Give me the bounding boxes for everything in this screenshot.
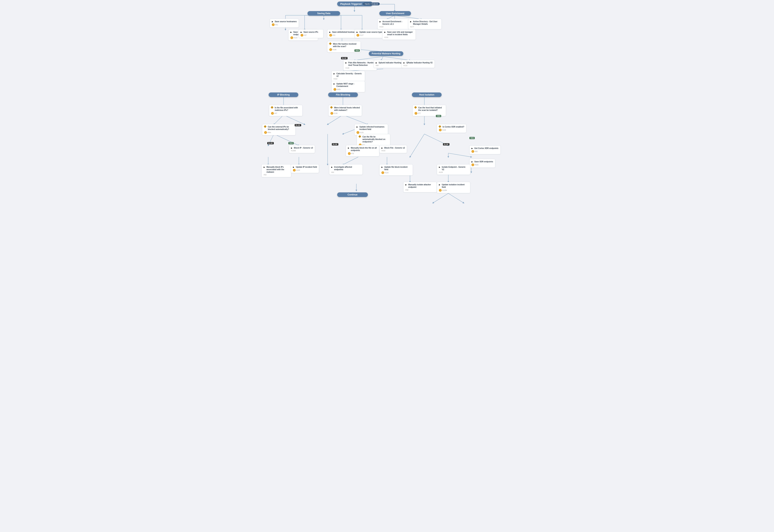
play-icon11 xyxy=(403,61,406,64)
play-icon8 xyxy=(384,31,386,33)
play-icon xyxy=(272,20,274,23)
warning-icon18: ! xyxy=(471,150,474,153)
play-icon24 xyxy=(439,166,441,168)
update-nist-card[interactable]: Update NIST stage - Containment ! #90b xyxy=(331,81,365,92)
manually-block-ips-card[interactable]: Manually block IPs associated with the m… xyxy=(262,164,291,177)
play-icon25 xyxy=(405,183,407,186)
diamond-icon5 xyxy=(264,125,267,128)
update-file-block-card[interactable]: Update file block incident field ! #124 xyxy=(379,164,413,176)
warning-icon10: ! xyxy=(334,88,336,91)
svg-line-27 xyxy=(284,115,305,124)
potential-malware-section[interactable]: Potential Malware Hunting xyxy=(369,51,403,56)
save-xdr-card[interactable]: Save XDR endpoints ! #92b xyxy=(469,159,495,168)
diamond-icon2 xyxy=(271,106,273,109)
yes-badge-1: YES xyxy=(354,49,360,52)
host-isolation-section[interactable]: Host Isolation xyxy=(412,92,442,97)
svg-line-13 xyxy=(387,15,395,19)
warning-icon: ! xyxy=(272,23,275,26)
investigate-card[interactable]: Investigate affected endpoints #92 xyxy=(329,164,363,175)
get-cortex-card[interactable]: Get Cortex XDR endpoints ! #60 xyxy=(469,145,501,154)
warning-icon9: ! xyxy=(329,48,332,51)
play-icon18 xyxy=(381,147,384,149)
palo-alto-card[interactable]: Palo Alto Networks - Hunting And Threat … xyxy=(343,60,377,70)
svg-line-32 xyxy=(328,115,343,124)
warning-icon5: ! xyxy=(357,34,359,37)
update-infected-card[interactable]: Update infected hostnames incident field… xyxy=(354,124,388,135)
play-icon14 xyxy=(357,126,359,128)
isolate-endpoint-card[interactable]: Isolate Endpoint - Generic V2 #129 xyxy=(437,164,470,175)
can-host-isolated-card[interactable]: Can the host that initiated the scan be … xyxy=(412,105,446,116)
yes-badge-isolation: YES xyxy=(436,115,441,117)
warning-icon3: ! xyxy=(301,34,303,37)
can-external-ips-card[interactable]: Can the external IPs be blocked automati… xyxy=(262,124,296,135)
save-hostnames-card[interactable]: Save source hostnames ! #41 xyxy=(270,19,299,28)
warning-icon2: ! xyxy=(291,36,293,39)
save-source-ips-card[interactable]: Save source IPs ! #37 xyxy=(299,29,323,38)
splunk-card[interactable]: Splunk Indicator Hunting #90 xyxy=(374,60,403,68)
io-badge[interactable]: Inputs / Outputs xyxy=(363,2,380,5)
diamond-icon4 xyxy=(414,106,417,109)
svg-line-43 xyxy=(448,153,471,157)
save-user-info-card[interactable]: Save user info and manager email in inci… xyxy=(382,29,416,40)
ip-blocking-section[interactable]: IP Blocking xyxy=(269,92,298,97)
yes-badge-cortex: YES xyxy=(469,137,475,139)
warning-icon21: ! xyxy=(293,169,296,172)
account-enrichment-card[interactable]: Account Enrichment - Generic v2.1 #103 xyxy=(377,19,411,29)
calc-severity-card[interactable]: Calculate Severity - Generic v2 #152 xyxy=(331,71,365,81)
else-badge-1: ELSE xyxy=(341,57,348,59)
svg-line-18 xyxy=(354,56,383,60)
continue-pill[interactable]: Continue xyxy=(337,192,368,197)
else-badge-external: ELSE xyxy=(267,142,274,144)
svg-line-20 xyxy=(383,56,410,60)
play-icon9 xyxy=(345,61,348,64)
play-icon6 xyxy=(380,20,382,23)
block-file-card[interactable]: Block File - Generic v2 #41b xyxy=(379,145,407,153)
svg-line-48 xyxy=(433,193,448,203)
were-internal-hosts-card[interactable]: Were internal hosts infected with malwar… xyxy=(328,105,362,116)
is-cortex-xdr-card[interactable]: Is Cortex XDR enabled? ! #109 xyxy=(437,124,466,133)
warning-icon14: ! xyxy=(264,131,267,134)
play-icon13 xyxy=(334,83,336,85)
update-scan-card[interactable]: Update scan source type ! #127 xyxy=(354,29,384,38)
play-icon2 xyxy=(291,31,293,33)
play-icon15 xyxy=(471,147,474,149)
warning-icon11: ! xyxy=(271,112,274,115)
file-blocking-section[interactable]: File Blocking xyxy=(328,92,358,97)
yes-badge-external: YES xyxy=(288,142,294,144)
warning-icon12: ! xyxy=(331,112,333,115)
manually-isolate-card[interactable]: Manually isolate attacker endpoint #18 xyxy=(403,182,437,192)
else-badge-ip: ELSE xyxy=(295,124,301,126)
qradar-card[interactable]: QRadar Indicator Hunting V2 #110 xyxy=(401,60,435,68)
svg-line-26 xyxy=(274,115,284,124)
else-badge-cortex: ELSE xyxy=(443,143,449,145)
warning-icon4: ! xyxy=(329,34,332,37)
diamond-icon xyxy=(329,42,332,45)
svg-line-29 xyxy=(274,134,299,145)
warning-icon20: ! xyxy=(471,163,474,166)
update-isolation-card[interactable]: Update isolation incident field ! #125b xyxy=(437,182,470,193)
trigger-label: Playbook Triggered xyxy=(340,3,362,5)
user-enrichment-section[interactable]: User Enrichment xyxy=(379,11,411,16)
svg-line-37 xyxy=(343,157,358,165)
is-file-malicious-card[interactable]: Is the file associated with malicious IP… xyxy=(269,105,303,116)
diamond-icon7 xyxy=(358,135,361,138)
play-icon22 xyxy=(331,166,333,168)
manually-block-file-card[interactable]: Manually block the file on all endpoints… xyxy=(346,145,379,156)
svg-line-42 xyxy=(410,134,424,157)
else-badge-file: ELSE xyxy=(332,143,338,145)
warning-icon22: ! xyxy=(381,171,384,174)
svg-line-19 xyxy=(381,56,383,60)
play-icon10 xyxy=(376,61,378,64)
play-icon17 xyxy=(348,147,350,149)
diamond-icon6 xyxy=(438,125,441,128)
playbook-canvas: Playbook Triggered Inputs / Outputs Savi… xyxy=(261,0,513,532)
svg-line-14 xyxy=(395,15,421,19)
warning-icon23: ! xyxy=(439,189,442,192)
trigger-node[interactable]: Playbook Triggered Inputs / Outputs xyxy=(337,2,373,6)
ad-get-user-card[interactable]: Active Directory - Get User Manager Deta… xyxy=(408,19,442,29)
block-ip-card[interactable]: Block IP - Generic v3 #130b xyxy=(289,145,315,153)
play-icon4 xyxy=(329,31,331,33)
svg-line-49 xyxy=(448,193,464,203)
saving-data-section[interactable]: Saving Data xyxy=(308,11,340,16)
update-ip-card[interactable]: Update IP incident field ! #120 xyxy=(291,164,319,173)
